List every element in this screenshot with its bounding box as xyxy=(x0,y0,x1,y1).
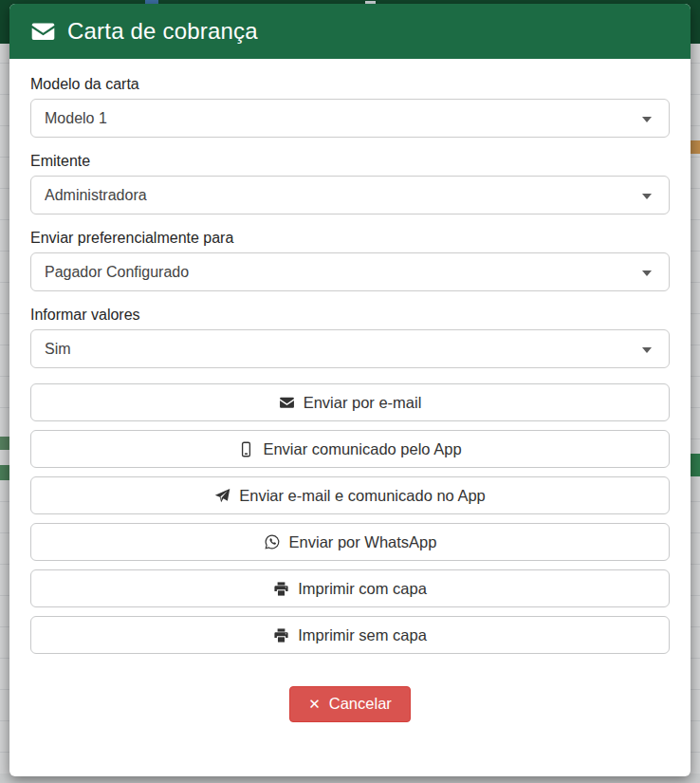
cancel-label: Cancelar xyxy=(329,695,392,713)
select-value: Modelo 1 xyxy=(45,110,107,127)
modal-header: Carta de cobrança xyxy=(9,4,691,59)
informar-valores-select[interactable]: Sim xyxy=(30,329,670,368)
modal-title: Carta de cobrança xyxy=(67,18,258,45)
enviar-email-e-app-button[interactable]: Enviar e-mail e comunicado no App xyxy=(30,476,670,514)
emitente-label: Emitente xyxy=(30,153,670,170)
enviar-preferencialmente-label: Enviar preferencialmente para xyxy=(30,230,670,247)
chevron-down-icon xyxy=(642,347,652,353)
button-label: Imprimir sem capa xyxy=(298,626,427,644)
whatsapp-icon xyxy=(264,533,281,550)
enviar-comunicado-app-button[interactable]: Enviar comunicado pelo App xyxy=(30,430,670,468)
chevron-down-icon xyxy=(642,270,652,276)
chevron-down-icon xyxy=(642,117,652,122)
enviar-por-email-button[interactable]: Enviar por e-mail xyxy=(30,383,670,421)
button-label: Enviar por WhatsApp xyxy=(289,533,437,551)
background-green-element-right xyxy=(691,454,700,476)
enviar-preferencialmente-select[interactable]: Pagador Configurado xyxy=(30,252,670,291)
button-label: Imprimir com capa xyxy=(298,580,427,598)
imprimir-com-capa-button[interactable]: Imprimir com capa xyxy=(30,569,670,607)
background-green-element-left-2 xyxy=(0,465,9,480)
background-orange-element xyxy=(691,140,700,154)
envelope-icon xyxy=(30,19,56,45)
enviar-whatsapp-button[interactable]: Enviar por WhatsApp xyxy=(30,523,670,561)
select-value: Sim xyxy=(45,341,71,358)
select-value: Pagador Configurado xyxy=(45,264,189,281)
paper-plane-icon xyxy=(214,488,230,504)
modal-footer: ✕ Cancelar xyxy=(30,662,670,722)
modelo-da-carta-select[interactable]: Modelo 1 xyxy=(30,99,670,138)
modelo-da-carta-label: Modelo da carta xyxy=(30,76,670,93)
envelope-icon xyxy=(279,395,295,411)
modal-body: Modelo da carta Modelo 1 Emitente Admini… xyxy=(9,59,691,722)
printer-icon xyxy=(273,581,289,597)
carta-de-cobranca-modal: Carta de cobrança Modelo da carta Modelo… xyxy=(9,4,691,776)
chevron-down-icon xyxy=(642,194,652,199)
close-icon: ✕ xyxy=(308,697,321,711)
page-background: Carta de cobrança Modelo da carta Modelo… xyxy=(0,0,700,783)
printer-icon xyxy=(273,627,289,643)
background-green-element-left xyxy=(0,437,9,450)
emitente-select[interactable]: Administradora xyxy=(30,176,670,214)
button-label: Enviar e-mail e comunicado no App xyxy=(239,487,486,505)
cancel-button[interactable]: ✕ Cancelar xyxy=(289,686,411,722)
informar-valores-label: Informar valores xyxy=(30,307,670,324)
button-label: Enviar comunicado pelo App xyxy=(263,440,461,458)
imprimir-sem-capa-button[interactable]: Imprimir sem capa xyxy=(30,616,670,654)
mobile-icon xyxy=(238,441,254,457)
button-label: Enviar por e-mail xyxy=(304,394,422,412)
select-value: Administradora xyxy=(45,187,147,204)
